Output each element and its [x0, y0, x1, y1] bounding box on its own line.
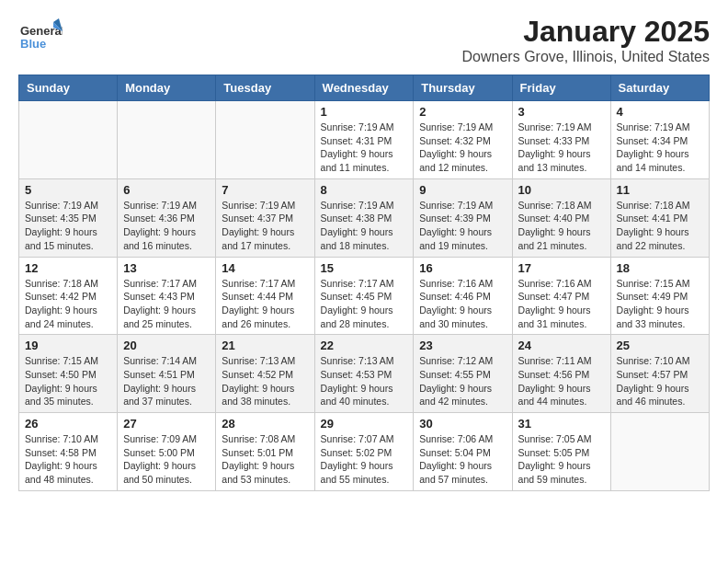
day-info: Sunrise: 7:10 AM Sunset: 4:57 PM Dayligh… [617, 354, 703, 408]
day-info: Sunrise: 7:18 AM Sunset: 4:42 PM Dayligh… [25, 277, 111, 331]
calendar-week-row: 5Sunrise: 7:19 AM Sunset: 4:35 PM Daylig… [19, 178, 710, 257]
calendar-header-row: Sunday Monday Tuesday Wednesday Thursday… [19, 75, 710, 101]
header-thursday: Thursday [414, 75, 512, 101]
header-monday: Monday [118, 75, 216, 101]
day-number: 17 [518, 261, 605, 275]
calendar-day-cell: 31Sunrise: 7:05 AM Sunset: 5:05 PM Dayli… [512, 413, 610, 491]
calendar-day-cell: 22Sunrise: 7:13 AM Sunset: 4:53 PM Dayli… [314, 335, 414, 413]
day-number: 1 [321, 105, 408, 119]
calendar-week-row: 12Sunrise: 7:18 AM Sunset: 4:42 PM Dayli… [19, 257, 710, 335]
logo-icon: General Blue [18, 15, 63, 59]
day-info: Sunrise: 7:18 AM Sunset: 4:40 PM Dayligh… [518, 199, 605, 253]
day-info: Sunrise: 7:13 AM Sunset: 4:53 PM Dayligh… [321, 354, 408, 408]
day-number: 2 [419, 105, 506, 119]
calendar-day-cell: 30Sunrise: 7:06 AM Sunset: 5:04 PM Dayli… [414, 413, 512, 491]
day-number: 26 [25, 417, 111, 431]
day-info: Sunrise: 7:10 AM Sunset: 4:58 PM Dayligh… [25, 432, 111, 487]
calendar-day-cell: 24Sunrise: 7:11 AM Sunset: 4:56 PM Dayli… [512, 335, 610, 413]
day-number: 21 [222, 339, 308, 352]
day-info: Sunrise: 7:19 AM Sunset: 4:38 PM Dayligh… [321, 199, 408, 253]
day-number: 6 [123, 183, 210, 197]
calendar-day-cell: 3Sunrise: 7:19 AM Sunset: 4:33 PM Daylig… [512, 101, 610, 179]
day-info: Sunrise: 7:16 AM Sunset: 4:46 PM Dayligh… [419, 277, 506, 331]
day-info: Sunrise: 7:19 AM Sunset: 4:32 PM Dayligh… [419, 121, 506, 175]
day-info: Sunrise: 7:17 AM Sunset: 4:44 PM Dayligh… [222, 277, 308, 331]
day-number: 31 [518, 417, 605, 431]
svg-text:Blue: Blue [20, 37, 46, 51]
day-info: Sunrise: 7:19 AM Sunset: 4:34 PM Dayligh… [617, 121, 703, 175]
calendar-day-cell: 21Sunrise: 7:13 AM Sunset: 4:52 PM Dayli… [216, 335, 314, 413]
calendar-week-row: 1Sunrise: 7:19 AM Sunset: 4:31 PM Daylig… [19, 101, 710, 179]
calendar-day-cell: 26Sunrise: 7:10 AM Sunset: 4:58 PM Dayli… [19, 413, 118, 491]
day-number: 3 [518, 105, 605, 119]
calendar-day-cell: 15Sunrise: 7:17 AM Sunset: 4:45 PM Dayli… [314, 257, 414, 335]
calendar-day-cell: 14Sunrise: 7:17 AM Sunset: 4:44 PM Dayli… [216, 257, 314, 335]
header-friday: Friday [512, 75, 610, 101]
calendar-day-cell: 7Sunrise: 7:19 AM Sunset: 4:37 PM Daylig… [216, 178, 314, 257]
day-number: 11 [617, 183, 703, 197]
calendar-day-cell: 6Sunrise: 7:19 AM Sunset: 4:36 PM Daylig… [118, 178, 216, 257]
calendar-week-row: 26Sunrise: 7:10 AM Sunset: 4:58 PM Dayli… [19, 413, 710, 491]
calendar-day-cell: 19Sunrise: 7:15 AM Sunset: 4:50 PM Dayli… [19, 335, 118, 413]
page-header: General Blue January 2025 Downers Grove,… [18, 15, 710, 65]
calendar-day-cell: 27Sunrise: 7:09 AM Sunset: 5:00 PM Dayli… [118, 413, 216, 491]
day-number: 19 [25, 339, 111, 352]
day-number: 4 [617, 105, 703, 119]
day-number: 9 [419, 183, 506, 197]
calendar-day-cell: 16Sunrise: 7:16 AM Sunset: 4:46 PM Dayli… [414, 257, 512, 335]
calendar-day-cell: 11Sunrise: 7:18 AM Sunset: 4:41 PM Dayli… [610, 178, 709, 257]
calendar-day-cell: 8Sunrise: 7:19 AM Sunset: 4:38 PM Daylig… [314, 178, 414, 257]
day-info: Sunrise: 7:07 AM Sunset: 5:02 PM Dayligh… [321, 432, 408, 487]
calendar-day-cell [610, 413, 709, 491]
calendar-day-cell: 20Sunrise: 7:14 AM Sunset: 4:51 PM Dayli… [118, 335, 216, 413]
calendar-day-cell: 29Sunrise: 7:07 AM Sunset: 5:02 PM Dayli… [314, 413, 414, 491]
day-info: Sunrise: 7:18 AM Sunset: 4:41 PM Dayligh… [617, 199, 703, 253]
day-number: 16 [419, 261, 506, 275]
page-subtitle: Downers Grove, Illinois, United States [462, 49, 710, 65]
day-info: Sunrise: 7:12 AM Sunset: 4:55 PM Dayligh… [419, 354, 506, 408]
calendar-day-cell: 18Sunrise: 7:15 AM Sunset: 4:49 PM Dayli… [610, 257, 709, 335]
header-tuesday: Tuesday [216, 75, 314, 101]
calendar-day-cell: 17Sunrise: 7:16 AM Sunset: 4:47 PM Dayli… [512, 257, 610, 335]
calendar-day-cell: 2Sunrise: 7:19 AM Sunset: 4:32 PM Daylig… [414, 101, 512, 179]
day-info: Sunrise: 7:14 AM Sunset: 4:51 PM Dayligh… [123, 354, 210, 408]
calendar-day-cell: 25Sunrise: 7:10 AM Sunset: 4:57 PM Dayli… [610, 335, 709, 413]
day-info: Sunrise: 7:08 AM Sunset: 5:01 PM Dayligh… [222, 432, 308, 487]
day-info: Sunrise: 7:05 AM Sunset: 5:05 PM Dayligh… [518, 432, 605, 487]
day-info: Sunrise: 7:16 AM Sunset: 4:47 PM Dayligh… [518, 277, 605, 331]
page-title: January 2025 [462, 15, 710, 49]
calendar-day-cell: 5Sunrise: 7:19 AM Sunset: 4:35 PM Daylig… [19, 178, 118, 257]
calendar-day-cell [216, 101, 314, 179]
day-info: Sunrise: 7:15 AM Sunset: 4:50 PM Dayligh… [25, 354, 111, 408]
day-number: 10 [518, 183, 605, 197]
calendar-day-cell: 10Sunrise: 7:18 AM Sunset: 4:40 PM Dayli… [512, 178, 610, 257]
header-wednesday: Wednesday [314, 75, 414, 101]
day-number: 5 [25, 183, 111, 197]
day-number: 25 [617, 339, 703, 352]
day-number: 18 [617, 261, 703, 275]
day-number: 24 [518, 339, 605, 352]
day-number: 22 [321, 339, 408, 352]
calendar-day-cell: 12Sunrise: 7:18 AM Sunset: 4:42 PM Dayli… [19, 257, 118, 335]
day-number: 12 [25, 261, 111, 275]
day-info: Sunrise: 7:06 AM Sunset: 5:04 PM Dayligh… [419, 432, 506, 487]
header-saturday: Saturday [610, 75, 709, 101]
day-number: 14 [222, 261, 308, 275]
calendar-day-cell: 4Sunrise: 7:19 AM Sunset: 4:34 PM Daylig… [610, 101, 709, 179]
day-info: Sunrise: 7:19 AM Sunset: 4:36 PM Dayligh… [123, 199, 210, 253]
day-number: 20 [123, 339, 210, 352]
day-number: 30 [419, 417, 506, 431]
calendar-day-cell [19, 101, 118, 179]
title-block: January 2025 Downers Grove, Illinois, Un… [462, 15, 710, 65]
day-info: Sunrise: 7:17 AM Sunset: 4:45 PM Dayligh… [321, 277, 408, 331]
day-number: 29 [321, 417, 408, 431]
day-number: 27 [123, 417, 210, 431]
header-sunday: Sunday [19, 75, 118, 101]
calendar-day-cell [118, 101, 216, 179]
day-info: Sunrise: 7:19 AM Sunset: 4:35 PM Dayligh… [25, 199, 111, 253]
day-info: Sunrise: 7:15 AM Sunset: 4:49 PM Dayligh… [617, 277, 703, 331]
day-info: Sunrise: 7:11 AM Sunset: 4:56 PM Dayligh… [518, 354, 605, 408]
calendar-week-row: 19Sunrise: 7:15 AM Sunset: 4:50 PM Dayli… [19, 335, 710, 413]
calendar-day-cell: 1Sunrise: 7:19 AM Sunset: 4:31 PM Daylig… [314, 101, 414, 179]
calendar-day-cell: 13Sunrise: 7:17 AM Sunset: 4:43 PM Dayli… [118, 257, 216, 335]
